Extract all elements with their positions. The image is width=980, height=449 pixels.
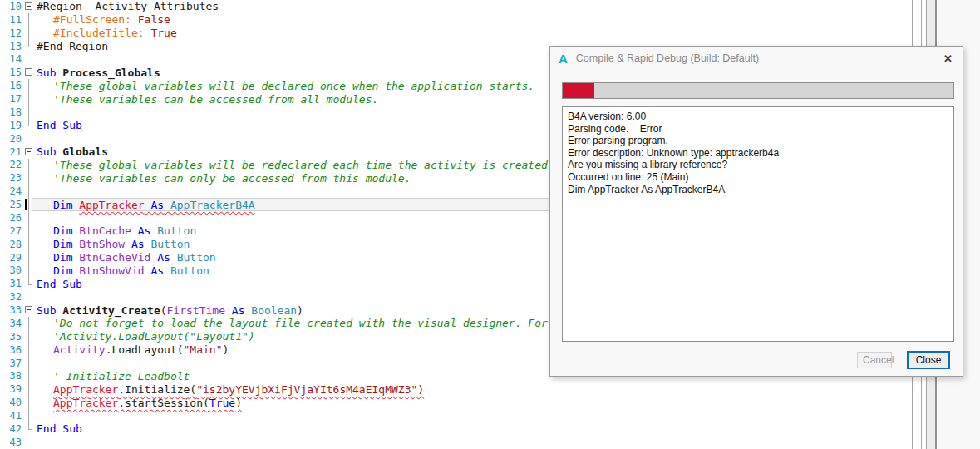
line-number: 40 <box>0 397 23 408</box>
code-token: Sub <box>37 304 56 317</box>
code-token <box>125 238 131 250</box>
code-token: 'These global variables will be declared… <box>53 80 534 92</box>
code-token: #IncludeTitle: <box>53 27 145 39</box>
fold-toggle-icon[interactable] <box>25 148 32 155</box>
fold-toggle-icon[interactable] <box>25 2 32 10</box>
line-number: 32 <box>0 291 23 303</box>
code-text: End Sub <box>37 278 82 290</box>
code-token: True <box>145 27 177 39</box>
code-line[interactable]: 12#IncludeTitle: True <box>0 27 911 40</box>
code-token: AppTracker <box>53 397 118 409</box>
code-token: BtnShow <box>79 238 125 250</box>
line-number: 33 <box>0 304 23 316</box>
fold-margin <box>23 40 37 53</box>
line-number: 17 <box>0 93 23 105</box>
log-line: Are you missing a library reference? <box>568 159 948 171</box>
dialog-titlebar[interactable]: A Compile & Rapid Debug (Build: Default)… <box>550 47 963 70</box>
fold-line-marker <box>28 264 29 278</box>
close-icon[interactable]: ✕ <box>943 53 953 64</box>
code-token: False <box>131 13 170 26</box>
fold-margin <box>23 330 37 343</box>
code-token: Dim <box>53 251 79 264</box>
progress-fill <box>563 83 594 98</box>
log-line: Parsing code. Error <box>568 123 948 136</box>
code-text: Dim BtnCacheVid As Button <box>37 251 216 264</box>
code-line[interactable]: 11#FullScreen: False <box>0 13 911 27</box>
code-text: AppTracker.startSession(True) <box>37 397 242 409</box>
fold-margin <box>23 53 37 67</box>
fold-margin <box>23 159 37 172</box>
fold-margin <box>23 79 37 92</box>
code-line[interactable]: 42End Sub <box>0 422 911 436</box>
fold-line-marker <box>28 106 29 119</box>
line-number: 12 <box>0 27 23 39</box>
code-text: Sub Globals <box>37 146 108 158</box>
code-text: #IncludeTitle: True <box>37 27 177 39</box>
log-output[interactable]: B4A version: 6.00Parsing code. ErrorErro… <box>562 106 954 342</box>
line-number: 18 <box>0 106 23 118</box>
fold-margin <box>23 357 37 370</box>
code-line[interactable]: 41 <box>0 409 911 422</box>
code-token: Dim <box>53 224 79 237</box>
line-number: 13 <box>0 41 23 52</box>
fold-line-marker <box>28 357 29 370</box>
code-token: As <box>150 199 164 211</box>
dialog-button-row: Cancel Close <box>857 351 950 369</box>
code-token <box>164 264 170 277</box>
code-token: BtnCacheVid <box>79 251 150 264</box>
line-number: 37 <box>0 358 23 369</box>
code-token: As <box>131 238 145 250</box>
code-token: ( <box>160 304 167 317</box>
line-number: 19 <box>0 120 23 131</box>
code-line[interactable]: 40AppTracker.startSession(True) <box>0 396 911 409</box>
code-token: BtnCache <box>79 224 131 237</box>
code-token: AppTrackerB4A <box>170 199 255 211</box>
fold-margin <box>23 171 37 185</box>
code-line[interactable]: 39AppTracker.Initialize("is2byYEVjbXiFjV… <box>0 382 911 396</box>
fold-line-marker <box>28 27 29 40</box>
code-text: 'These variables can only be accessed fr… <box>37 172 411 185</box>
code-text: Dim AppTracker As AppTrackerB4A <box>37 199 255 211</box>
code-line[interactable]: 10#Region Activity Attributes <box>0 0 911 13</box>
fold-margin <box>23 119 37 132</box>
fold-toggle-icon[interactable] <box>25 68 32 76</box>
fold-toggle-icon[interactable] <box>25 306 32 313</box>
code-token: End Sub <box>37 119 82 131</box>
fold-line-marker <box>28 198 29 211</box>
code-text: 'These global variables will be declared… <box>37 80 534 92</box>
code-token: AppTracker <box>53 383 118 396</box>
cancel-button[interactable]: Cancel <box>857 352 892 368</box>
code-token: ) <box>297 304 303 317</box>
fold-line-marker <box>28 396 29 409</box>
code-token: ) <box>223 343 229 356</box>
code-text: 'Activity.LoadLayout("Layout1") <box>37 330 255 343</box>
line-number: 26 <box>0 212 23 224</box>
line-number: 20 <box>0 133 23 145</box>
fold-margin <box>23 211 37 224</box>
code-token: Sub <box>37 67 56 79</box>
code-token: As <box>232 304 245 317</box>
line-number: 42 <box>0 423 23 435</box>
code-token: "Main" <box>184 343 223 356</box>
fold-margin <box>23 106 37 119</box>
fold-margin <box>23 224 37 238</box>
code-token: Dim <box>53 238 79 250</box>
code-text: AppTracker.Initialize("is2byYEVjbXiFjVja… <box>37 383 424 396</box>
close-button[interactable]: Close <box>907 351 950 369</box>
fold-margin <box>23 13 37 27</box>
line-number: 14 <box>0 53 23 65</box>
code-text: Dim BtnCache As Button <box>37 224 196 237</box>
code-token: Boolean <box>251 304 297 317</box>
log-line: Occurred on line: 25 (Main) <box>568 171 948 184</box>
fold-margin <box>23 317 37 330</box>
code-token: .Initialize( <box>118 383 196 396</box>
code-line[interactable]: 43 <box>0 436 911 449</box>
line-number: 36 <box>0 344 23 356</box>
fold-margin <box>23 409 37 422</box>
code-token: As <box>138 224 151 237</box>
fold-line-marker <box>28 251 29 264</box>
fold-margin <box>23 343 37 357</box>
code-text: ' Initialize Leadbolt <box>37 370 190 382</box>
code-token: 'These variables can only be accessed fr… <box>53 172 411 185</box>
fold-margin <box>23 436 37 449</box>
